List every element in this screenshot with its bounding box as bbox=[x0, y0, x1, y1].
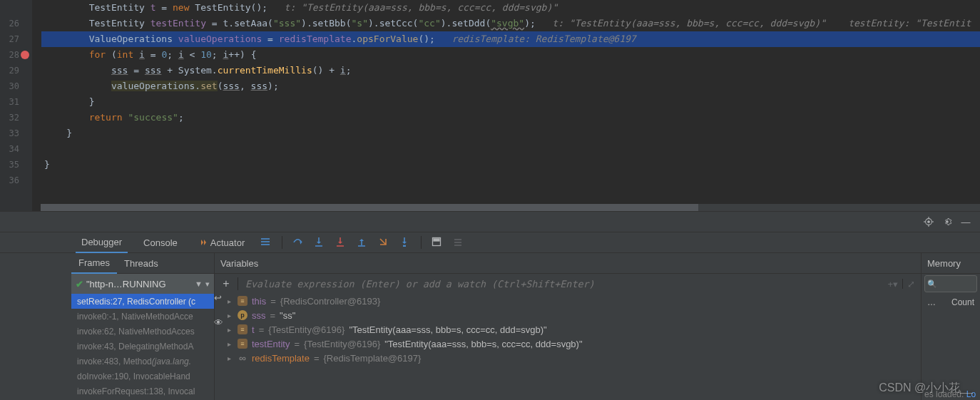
frame-item[interactable]: invoke0:-1, NativeMethodAcce bbox=[71, 309, 214, 324]
memory-title: Memory bbox=[922, 253, 980, 274]
evaluate-icon[interactable] bbox=[432, 237, 443, 248]
tab-actuator[interactable]: Actuator bbox=[193, 232, 250, 252]
debug-toolbar: Debugger Console Actuator bbox=[0, 232, 980, 253]
frame-item[interactable]: doInvoke:190, InvocableHand bbox=[71, 369, 214, 384]
trace-icon[interactable] bbox=[453, 237, 464, 248]
tab-threads[interactable]: Threads bbox=[117, 253, 165, 273]
add-watch-icon[interactable]: + bbox=[220, 277, 232, 290]
variables-title: Variables bbox=[215, 253, 921, 274]
svg-rect-18 bbox=[434, 239, 439, 241]
variable-row[interactable]: ▸≡testEntity = {TestEntity@6196} "TestEn… bbox=[215, 337, 921, 351]
scrollbar-handle[interactable] bbox=[41, 204, 698, 211]
frames-side-icons: ↩ 👁 bbox=[214, 292, 223, 328]
tab-console[interactable]: Console bbox=[138, 232, 183, 252]
frames-pane: Frames Threads ✔ "http-n…RUNNING ▼ ▾ set… bbox=[71, 253, 214, 400]
variable-row[interactable]: ▸∞redisTemplate = {RedisTemplate@6197} bbox=[215, 351, 921, 365]
variables-list[interactable]: ▸≡this = {RedisController@6193}▸psss = "… bbox=[215, 294, 921, 400]
force-step-into-icon[interactable] bbox=[335, 237, 347, 248]
memory-pane: Memory 🔍 … Count es loaded. Lo bbox=[921, 253, 980, 400]
frame-item[interactable]: invoke:483, Method (java.lang. bbox=[71, 354, 214, 369]
expand-icon[interactable]: ⤢ bbox=[907, 279, 915, 289]
restore-icon[interactable]: ↩ bbox=[214, 292, 223, 303]
dots: … bbox=[927, 297, 936, 307]
h-scrollbar[interactable] bbox=[41, 204, 980, 211]
frame-list[interactable]: setRedis:27, RedisController (cinvoke0:-… bbox=[71, 294, 214, 400]
evaluate-input[interactable] bbox=[244, 278, 882, 290]
frames-tabs: Frames Threads bbox=[71, 253, 214, 274]
layout-icon[interactable] bbox=[260, 237, 272, 248]
run-to-cursor-icon[interactable] bbox=[399, 237, 411, 248]
minimize-icon[interactable]: — bbox=[960, 216, 971, 227]
tab-debugger[interactable]: Debugger bbox=[76, 232, 128, 253]
frame-item[interactable]: invoke:62, NativeMethodAcces bbox=[71, 324, 214, 339]
search-icon: 🔍 bbox=[927, 280, 937, 289]
variable-row[interactable]: ▸≡t = {TestEntity@6196} "TestEntity(aaa=… bbox=[215, 322, 921, 337]
variable-row[interactable]: ▸psss = "ss" bbox=[215, 308, 921, 322]
evaluate-row: + +▾⤢ bbox=[215, 274, 921, 294]
editor-footer-strip: — bbox=[0, 211, 980, 232]
debug-body: Frames Threads ✔ "http-n…RUNNING ▼ ▾ set… bbox=[0, 253, 980, 400]
breakpoint-icon[interactable] bbox=[21, 51, 29, 59]
svg-point-1 bbox=[928, 221, 930, 223]
memory-columns: … Count bbox=[922, 294, 980, 311]
code-editor[interactable]: 2627282930313233343536 TestEntity t = ne… bbox=[0, 0, 980, 211]
check-icon: ✔ bbox=[76, 279, 83, 289]
dropdown-icon[interactable]: ▾ bbox=[205, 280, 210, 289]
gear-icon[interactable] bbox=[941, 216, 953, 227]
filter-icon[interactable]: ▼ bbox=[195, 280, 203, 288]
step-over-icon[interactable] bbox=[292, 237, 304, 248]
col-count: Count bbox=[951, 297, 974, 307]
code-area[interactable]: TestEntity t = new TestEntity(); t: "Tes… bbox=[41, 0, 980, 211]
eye-icon[interactable]: 👁 bbox=[214, 317, 223, 328]
drop-frame-icon[interactable] bbox=[378, 237, 389, 248]
thread-label: "http-n…RUNNING bbox=[86, 279, 192, 289]
actuator-label: Actuator bbox=[210, 237, 245, 248]
step-out-icon[interactable] bbox=[357, 237, 368, 248]
variable-row[interactable]: ▸≡this = {RedisController@6193} bbox=[215, 294, 921, 308]
watermark: CSDN @小小花__ bbox=[879, 381, 973, 396]
target-icon[interactable] bbox=[923, 216, 934, 227]
step-into-icon[interactable] bbox=[314, 237, 325, 248]
memory-search: 🔍 bbox=[922, 274, 980, 294]
debug-left-gutter bbox=[0, 253, 71, 400]
tab-frames[interactable]: Frames bbox=[71, 252, 117, 274]
thread-selector[interactable]: ✔ "http-n…RUNNING ▼ ▾ bbox=[71, 274, 214, 294]
variables-pane: Variables + +▾⤢ ▸≡this = {RedisControlle… bbox=[214, 253, 921, 400]
add-icon[interactable]: +▾ bbox=[887, 279, 898, 289]
gutter: 2627282930313233343536 bbox=[0, 0, 32, 211]
frame-item[interactable]: invoke:43, DelegatingMethodA bbox=[71, 339, 214, 354]
frame-item[interactable]: invokeForRequest:138, Invocal bbox=[71, 384, 214, 399]
frame-item[interactable]: setRedis:27, RedisController (c bbox=[71, 294, 214, 309]
fold-column bbox=[32, 0, 41, 211]
